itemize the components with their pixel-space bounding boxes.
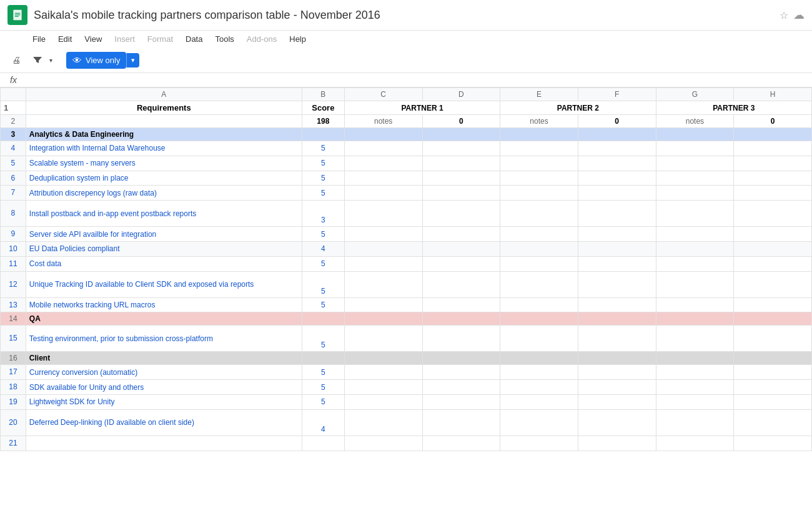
cell-a11[interactable]: Cost data — [26, 256, 302, 271]
cell-d5[interactable] — [422, 156, 500, 171]
cell-e7[interactable] — [500, 186, 578, 201]
cell-a1[interactable]: Requirements — [26, 101, 302, 115]
cell-c1[interactable]: PARTNER 1 — [344, 101, 500, 115]
cell-c7[interactable] — [344, 186, 422, 201]
cell-c18[interactable] — [344, 380, 422, 395]
cell-e4[interactable] — [500, 141, 578, 156]
cell-c20[interactable] — [344, 409, 422, 436]
cell-h17[interactable] — [734, 365, 812, 380]
cell-d12[interactable] — [422, 271, 500, 297]
cell-d13[interactable] — [422, 297, 500, 312]
cell-b10[interactable]: 4 — [302, 241, 344, 256]
cell-e12[interactable] — [500, 271, 578, 297]
cell-a4[interactable]: Integration with Internal Data Warehouse — [26, 141, 302, 156]
cell-b13[interactable]: 5 — [302, 297, 344, 312]
cell-b17[interactable]: 5 — [302, 365, 344, 380]
cell-c6[interactable] — [344, 171, 422, 186]
cell-a6[interactable]: Deduplication system in place — [26, 171, 302, 186]
cell-f19[interactable] — [578, 394, 656, 409]
col-header-g[interactable]: G — [656, 88, 734, 101]
cell-b16[interactable] — [302, 352, 344, 365]
col-header-a[interactable]: A — [26, 88, 302, 101]
cell-b2[interactable]: 198 — [302, 115, 344, 128]
cell-d10[interactable] — [422, 241, 500, 256]
cell-g10[interactable] — [656, 241, 734, 256]
cell-f21[interactable] — [578, 436, 656, 451]
cell-h5[interactable] — [734, 156, 812, 171]
menu-format[interactable]: Format — [142, 32, 178, 46]
cell-d11[interactable] — [422, 256, 500, 271]
cell-f15[interactable] — [578, 326, 656, 352]
formula-bar-input[interactable] — [27, 76, 807, 85]
cell-h16[interactable] — [734, 352, 812, 365]
view-only-button[interactable]: 👁 View only — [66, 52, 126, 69]
col-header-b[interactable]: B — [302, 88, 344, 101]
cell-e17[interactable] — [500, 365, 578, 380]
cell-d20[interactable] — [422, 409, 500, 436]
cell-h19[interactable] — [734, 394, 812, 409]
cell-g11[interactable] — [656, 256, 734, 271]
cell-f9[interactable] — [578, 227, 656, 242]
menu-view[interactable]: View — [79, 32, 107, 46]
filter-button[interactable] — [30, 51, 45, 69]
cell-e19[interactable] — [500, 394, 578, 409]
view-only-dropdown-button[interactable]: ▾ — [126, 53, 139, 67]
menu-help[interactable]: Help — [284, 32, 311, 46]
cell-h14[interactable] — [734, 312, 812, 326]
cell-g7[interactable] — [656, 186, 734, 201]
cell-c17[interactable] — [344, 365, 422, 380]
filter-dropdown-button[interactable]: ▾ — [45, 51, 56, 69]
col-header-e[interactable]: E — [500, 88, 578, 101]
cell-c11[interactable] — [344, 256, 422, 271]
cell-a14[interactable]: QA — [26, 312, 302, 326]
col-header-f[interactable]: F — [578, 88, 656, 101]
cell-c10[interactable] — [344, 241, 422, 256]
cell-a3[interactable]: Analytics & Data Engineering — [26, 128, 302, 141]
cell-d9[interactable] — [422, 227, 500, 242]
cell-f7[interactable] — [578, 186, 656, 201]
cell-e8[interactable] — [500, 201, 578, 227]
cell-h7[interactable] — [734, 186, 812, 201]
cell-c5[interactable] — [344, 156, 422, 171]
cell-c15[interactable] — [344, 326, 422, 352]
cell-g20[interactable] — [656, 409, 734, 436]
cell-g8[interactable] — [656, 201, 734, 227]
cell-e18[interactable] — [500, 380, 578, 395]
cell-b1[interactable]: Score — [302, 101, 344, 115]
cell-c13[interactable] — [344, 297, 422, 312]
cell-e14[interactable] — [500, 312, 578, 326]
cell-c9[interactable] — [344, 227, 422, 242]
cell-h8[interactable] — [734, 201, 812, 227]
cell-d8[interactable] — [422, 201, 500, 227]
cell-d21[interactable] — [422, 436, 500, 451]
cell-a5[interactable]: Scalable system - many servers — [26, 156, 302, 171]
col-header-d[interactable]: D — [422, 88, 500, 101]
cell-d16[interactable] — [422, 352, 500, 365]
cell-b18[interactable]: 5 — [302, 380, 344, 395]
cell-h13[interactable] — [734, 297, 812, 312]
cell-e13[interactable] — [500, 297, 578, 312]
cell-h15[interactable] — [734, 326, 812, 352]
cell-b20[interactable]: 4 — [302, 409, 344, 436]
cell-f14[interactable] — [578, 312, 656, 326]
cloud-icon[interactable]: ☁ — [793, 8, 805, 22]
cell-b11[interactable]: 5 — [302, 256, 344, 271]
cell-a17[interactable]: Currency conversion (automatic) — [26, 365, 302, 380]
cell-g15[interactable] — [656, 326, 734, 352]
cell-a12[interactable]: Unique Tracking ID available to Client S… — [26, 271, 302, 297]
cell-f5[interactable] — [578, 156, 656, 171]
cell-g19[interactable] — [656, 394, 734, 409]
cell-f18[interactable] — [578, 380, 656, 395]
cell-c3[interactable] — [344, 128, 422, 141]
cell-a15[interactable]: Testing environment, prior to submission… — [26, 326, 302, 352]
cell-h12[interactable] — [734, 271, 812, 297]
cell-a18[interactable]: SDK available for Unity and others — [26, 380, 302, 395]
cell-e6[interactable] — [500, 171, 578, 186]
cell-b21[interactable] — [302, 436, 344, 451]
cell-d3[interactable] — [422, 128, 500, 141]
cell-g21[interactable] — [656, 436, 734, 451]
cell-c19[interactable] — [344, 394, 422, 409]
cell-h2[interactable]: 0 — [734, 115, 812, 128]
cell-a2[interactable] — [26, 115, 302, 128]
cell-b5[interactable]: 5 — [302, 156, 344, 171]
